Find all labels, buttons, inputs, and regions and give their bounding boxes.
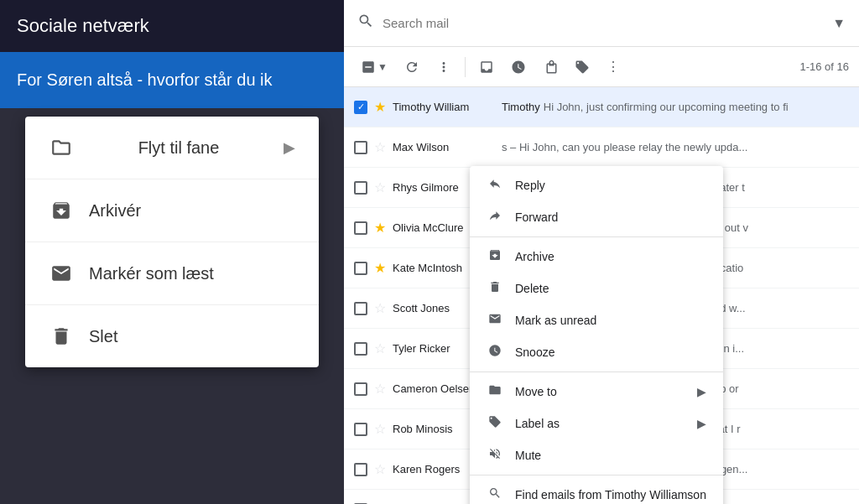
checkbox[interactable]	[354, 382, 367, 396]
left-context-menu: Flyt til fane ▶ Arkivér Markér som læst …	[25, 117, 319, 367]
email-preview: s – Hi John, can you please relay the ne…	[502, 141, 849, 153]
ctx-label-move-to: Move to	[515, 385, 557, 398]
star-icon[interactable]: ☆	[374, 421, 386, 437]
context-menu-item-archive[interactable]: Archive	[470, 241, 723, 273]
label-button[interactable]	[536, 55, 565, 80]
context-menu-item-find-emails-from[interactable]: Find emails from Timothy Williamson	[470, 479, 723, 504]
search-icon	[357, 13, 374, 34]
context-menu-item-reply[interactable]: Reply	[470, 169, 723, 201]
ctx-label-reply: Reply	[515, 179, 545, 192]
snooze-icon	[487, 344, 503, 361]
ctx-label-mark-unread: Mark as unread	[515, 314, 596, 327]
context-menu-item-label-as[interactable]: Label as ▶	[470, 408, 723, 439]
checkbox[interactable]	[354, 463, 367, 476]
email-row[interactable]: ☆ Max Wilson s – Hi John, can you please…	[344, 127, 859, 168]
mail-icon	[49, 261, 74, 286]
context-menu-item-forward[interactable]: Forward	[470, 201, 723, 233]
checkbox[interactable]	[354, 423, 367, 436]
menu-label-archive: Arkivér	[89, 201, 141, 221]
refresh-button[interactable]	[398, 55, 426, 80]
delete-icon	[487, 280, 503, 297]
star-icon[interactable]: ☆	[374, 179, 386, 195]
ctx-label-label-as: Label as	[515, 417, 560, 430]
checkbox[interactable]	[354, 141, 367, 154]
context-menu-item-mute[interactable]: Mute	[470, 439, 723, 471]
star-icon[interactable]: ★	[374, 220, 386, 236]
search-bar: ▼	[344, 0, 859, 47]
menu-item-mark-read[interactable]: Markér som læst	[25, 242, 319, 305]
trash-icon	[49, 324, 74, 349]
inbox-button[interactable]	[472, 55, 501, 80]
menu-label-mark-read: Markér som læst	[89, 264, 214, 283]
checkbox[interactable]	[354, 342, 367, 356]
checkbox[interactable]	[354, 181, 367, 195]
menu-item-archive[interactable]: Arkivér	[25, 179, 319, 242]
toolbar: ▼ ⋮ 1-16 of 16	[344, 47, 859, 87]
star-icon[interactable]: ☆	[374, 461, 386, 477]
context-menu-item-snooze[interactable]: Snooze	[470, 336, 723, 368]
reply-icon	[487, 177, 503, 194]
arrow-icon: ▶	[284, 138, 295, 157]
ctx-label-delete: Delete	[515, 282, 549, 295]
context-menu-item-move-to[interactable]: Move to ▶	[470, 376, 723, 408]
context-menu: Reply Forward Archive Delete Mark as unr…	[470, 166, 723, 504]
archive-icon	[49, 198, 74, 223]
checkbox[interactable]	[354, 262, 367, 275]
archive-icon	[487, 248, 503, 265]
move-to-icon	[487, 383, 503, 400]
ctx-label-snooze: Snooze	[515, 346, 554, 359]
mute-icon	[487, 447, 503, 464]
forward-icon	[487, 209, 503, 226]
more-button[interactable]: ⋮	[600, 54, 627, 80]
more-options-button[interactable]	[430, 55, 458, 80]
ctx-label-forward: Forward	[515, 210, 558, 224]
checkbox[interactable]	[354, 302, 367, 315]
star-icon[interactable]: ☆	[374, 300, 386, 316]
star-icon[interactable]: ☆	[374, 340, 386, 356]
right-panel: ▼ ▼ ⋮ 1-16 of 16 ✓	[344, 0, 859, 504]
context-menu-item-delete[interactable]: Delete	[470, 273, 723, 304]
left-header-text: Sociale netværk	[17, 15, 149, 36]
left-panel: Sociale netværk For Søren altså - hvorfo…	[0, 0, 344, 504]
star-icon[interactable]: ☆	[374, 139, 386, 155]
ctx-label-mute: Mute	[515, 449, 541, 462]
find-emails-from-icon	[487, 486, 503, 503]
submenu-arrow-icon: ▶	[697, 385, 706, 398]
mark-unread-icon	[487, 312, 503, 329]
search-dropdown-icon[interactable]: ▼	[832, 16, 846, 31]
email-row[interactable]: ✓ ★ Timothy William TimothyHi John, just…	[344, 87, 859, 127]
sender-name: Max Wilson	[393, 141, 502, 153]
star-icon[interactable]: ★	[374, 99, 386, 115]
context-menu-separator	[470, 372, 723, 372]
sender-name: Timothy William	[393, 101, 502, 113]
clock-button[interactable]	[504, 55, 533, 80]
menu-item-move-to-tab[interactable]: Flyt til fane ▶	[25, 117, 319, 179]
menu-label-move: Flyt til fane	[138, 138, 220, 158]
select-all-button[interactable]: ▼	[354, 55, 394, 80]
select-dropdown-arrow[interactable]: ▼	[377, 61, 388, 73]
checkbox[interactable]	[354, 221, 367, 235]
menu-label-delete: Slet	[89, 327, 117, 346]
left-header: Sociale netværk	[0, 0, 344, 52]
context-menu-item-mark-unread[interactable]: Mark as unread	[470, 304, 723, 336]
label-as-icon	[487, 415, 503, 432]
folder-icon	[49, 135, 74, 160]
ctx-label-find-emails-from: Find emails from Timothy Williamson	[515, 488, 706, 501]
checkbox[interactable]: ✓	[354, 101, 367, 114]
toolbar-count: 1-16 of 16	[799, 60, 849, 73]
search-input[interactable]	[383, 16, 824, 30]
context-menu-separator	[470, 475, 723, 475]
star-icon[interactable]: ★	[374, 260, 386, 276]
context-menu-separator	[470, 236, 723, 237]
ctx-label-archive: Archive	[515, 250, 554, 263]
toolbar-separator	[465, 57, 466, 77]
left-blue-bar-text: For Søren altså - hvorfor står du ik	[17, 70, 273, 89]
email-preview: TimothyHi John, just confirming our upco…	[502, 101, 849, 113]
left-blue-bar: For Søren altså - hvorfor står du ik	[0, 52, 344, 108]
submenu-arrow-icon: ▶	[697, 417, 706, 430]
star-icon[interactable]: ☆	[374, 381, 386, 397]
tag-button[interactable]	[568, 55, 596, 80]
email-list-wrapper: ✓ ★ Timothy William TimothyHi John, just…	[344, 87, 859, 504]
menu-item-delete[interactable]: Slet	[25, 305, 319, 367]
